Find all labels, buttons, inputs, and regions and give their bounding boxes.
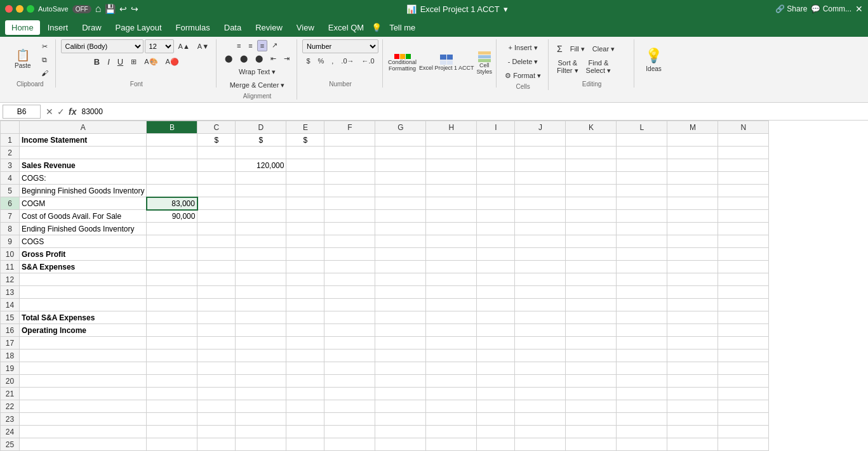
col-header-B[interactable]: B — [147, 121, 197, 134]
confirm-icon[interactable]: ✓ — [57, 107, 65, 117]
cell-I24[interactable] — [477, 426, 515, 438]
cell-A2[interactable] — [20, 147, 147, 159]
menu-item-formulas[interactable]: Formulas — [170, 20, 217, 35]
menu-item-review[interactable]: Review — [249, 20, 289, 35]
cell-M4[interactable] — [667, 172, 718, 185]
number-format-select[interactable]: Number — [302, 39, 378, 53]
cell-A20[interactable] — [20, 375, 147, 388]
italic-button[interactable]: I — [104, 55, 113, 69]
home-icon[interactable]: ⌂ — [95, 3, 102, 15]
cell-N8[interactable] — [718, 223, 769, 235]
clear-button[interactable]: Clear ▾ — [589, 42, 618, 56]
menu-item-tell-me[interactable]: Tell me — [383, 20, 422, 35]
cell-reference-input[interactable] — [3, 105, 41, 119]
font-name-select[interactable]: Calibri (Body) — [61, 39, 144, 53]
cell-M8[interactable] — [667, 223, 718, 235]
cell-E20[interactable] — [286, 375, 324, 388]
cell-F3[interactable] — [324, 159, 375, 172]
row-header-1[interactable]: 1 — [1, 134, 20, 147]
cell-H12[interactable] — [426, 273, 477, 286]
row-header-2[interactable]: 2 — [1, 147, 20, 159]
cell-A22[interactable] — [20, 400, 147, 413]
cell-C21[interactable] — [197, 388, 236, 400]
cell-N19[interactable] — [718, 362, 769, 375]
cell-M11[interactable] — [667, 261, 718, 273]
cell-J4[interactable] — [515, 172, 566, 185]
cell-L24[interactable] — [617, 426, 667, 438]
cell-F6[interactable] — [324, 197, 375, 210]
cell-F2[interactable] — [324, 147, 375, 159]
cell-J19[interactable] — [515, 362, 566, 375]
cell-G14[interactable] — [375, 299, 426, 311]
increase-decimal-button[interactable]: ←.0 — [359, 55, 378, 67]
insert-cells-button[interactable]: + Insert ▾ — [502, 42, 544, 54]
cell-J6[interactable] — [515, 197, 566, 210]
cell-L15[interactable] — [617, 311, 667, 324]
cell-J10[interactable] — [515, 248, 566, 261]
cell-G8[interactable] — [375, 223, 426, 235]
cell-J16[interactable] — [515, 324, 566, 337]
cell-I10[interactable] — [477, 248, 515, 261]
sum-button[interactable]: Σ — [554, 42, 566, 56]
cell-B5[interactable] — [147, 185, 197, 197]
cell-A6[interactable]: COGM — [20, 197, 147, 210]
cell-M23[interactable] — [667, 413, 718, 426]
formula-input[interactable] — [81, 105, 865, 119]
cell-J12[interactable] — [515, 273, 566, 286]
format-painter-button[interactable]: 🖌 — [38, 67, 51, 79]
cell-D16[interactable] — [236, 324, 286, 337]
cell-B17[interactable] — [147, 337, 197, 350]
increase-indent-button[interactable]: ⇥ — [281, 53, 293, 65]
cell-G20[interactable] — [375, 375, 426, 388]
underline-button[interactable]: U — [114, 55, 126, 69]
menu-item-excel-qm[interactable]: Excel QM — [322, 20, 370, 35]
menu-item-page-layout[interactable]: Page Layout — [109, 20, 168, 35]
cell-G13[interactable] — [375, 286, 426, 299]
cell-N2[interactable] — [718, 147, 769, 159]
undo-icon[interactable]: ↩ — [119, 4, 127, 14]
autosave-toggle[interactable]: OFF — [72, 5, 91, 13]
cell-C2[interactable] — [197, 147, 236, 159]
cell-G1[interactable] — [375, 134, 426, 147]
col-header-C[interactable]: C — [197, 121, 236, 134]
cell-N5[interactable] — [718, 185, 769, 197]
comment-button[interactable]: 💬 Comm... — [811, 4, 851, 13]
cell-K25[interactable] — [566, 438, 617, 451]
cell-F20[interactable] — [324, 375, 375, 388]
cell-J8[interactable] — [515, 223, 566, 235]
row-header-8[interactable]: 8 — [1, 223, 20, 235]
cell-B15[interactable] — [147, 311, 197, 324]
cell-D3[interactable]: 120,000 — [236, 159, 286, 172]
cell-L16[interactable] — [617, 324, 667, 337]
cell-A21[interactable] — [20, 388, 147, 400]
cell-B24[interactable] — [147, 426, 197, 438]
cell-N3[interactable] — [718, 159, 769, 172]
cell-L3[interactable] — [617, 159, 667, 172]
cell-J13[interactable] — [515, 286, 566, 299]
cell-L10[interactable] — [617, 248, 667, 261]
cell-B21[interactable] — [147, 388, 197, 400]
cell-A13[interactable] — [20, 286, 147, 299]
cell-I25[interactable] — [477, 438, 515, 451]
cell-H2[interactable] — [426, 147, 477, 159]
cell-L22[interactable] — [617, 400, 667, 413]
menu-item-data[interactable]: Data — [218, 20, 248, 35]
cell-K10[interactable] — [566, 248, 617, 261]
col-header-F[interactable]: F — [324, 121, 375, 134]
cell-K15[interactable] — [566, 311, 617, 324]
cell-B16[interactable] — [147, 324, 197, 337]
cell-E5[interactable] — [286, 185, 324, 197]
delete-cells-button[interactable]: - Delete ▾ — [502, 56, 544, 68]
cell-C1[interactable]: $ — [197, 134, 236, 147]
cell-C16[interactable] — [197, 324, 236, 337]
cell-N14[interactable] — [718, 299, 769, 311]
row-header-7[interactable]: 7 — [1, 210, 20, 223]
dollar-button[interactable]: $ — [303, 55, 313, 67]
cell-H15[interactable] — [426, 311, 477, 324]
cell-G3[interactable] — [375, 159, 426, 172]
cell-F8[interactable] — [324, 223, 375, 235]
cell-H21[interactable] — [426, 388, 477, 400]
bold-button[interactable]: B — [91, 55, 103, 69]
ideas-button[interactable]: 💡 Ideas — [639, 42, 668, 77]
cell-D15[interactable] — [236, 311, 286, 324]
